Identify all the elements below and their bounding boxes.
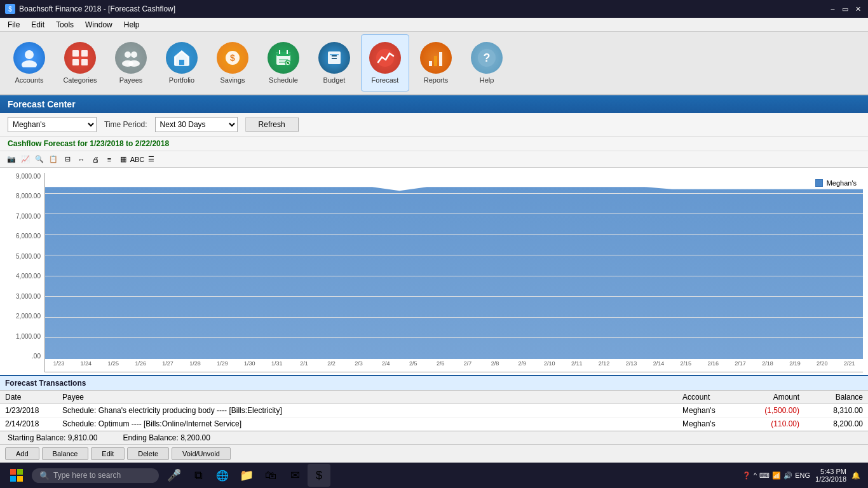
- toolbar-schedule[interactable]: Schedule: [259, 34, 308, 92]
- help-label: Help: [480, 76, 494, 84]
- chart-tool-print[interactable]: 🖨: [89, 153, 102, 166]
- toolbar-forecast[interactable]: Forecast: [361, 34, 409, 92]
- col-date: Date: [0, 391, 57, 404]
- add-button[interactable]: Add: [5, 447, 39, 460]
- toolbar-payees[interactable]: Payees: [107, 34, 155, 92]
- row1-payee: Schedule: Ghana's electricity producing …: [57, 404, 677, 417]
- chart-tool-zoom[interactable]: 🔍: [33, 153, 46, 166]
- taskbar-finance-app[interactable]: $: [308, 464, 330, 487]
- x-2-21: 2/21: [836, 360, 863, 370]
- x-2-15: 2/15: [672, 360, 700, 370]
- status-bar: Starting Balance: 9,810.00 Ending Balanc…: [0, 431, 868, 444]
- table-header-row: Date Payee Account Amount Balance: [0, 391, 868, 404]
- balance-button[interactable]: Balance: [42, 447, 89, 460]
- budget-label: Budget: [323, 76, 346, 84]
- x-2-2: 2/2: [318, 360, 345, 370]
- edit-button[interactable]: Edit: [91, 447, 125, 460]
- taskbar-search-box[interactable]: 🔍 Type here to search: [32, 468, 159, 483]
- x-2-9: 2/9: [508, 360, 536, 370]
- notification-bell[interactable]: 🔔: [851, 471, 860, 480]
- start-button[interactable]: [3, 464, 31, 487]
- col-account: Account: [677, 391, 741, 404]
- void-button[interactable]: Void/Unvoid: [172, 447, 231, 460]
- chart-tool-bar[interactable]: ▦: [117, 153, 130, 166]
- close-button[interactable]: ✕: [853, 4, 863, 14]
- portfolio-label: Portfolio: [169, 76, 194, 84]
- svg-rect-27: [434, 56, 437, 66]
- restore-button[interactable]: ▭: [840, 4, 850, 14]
- menu-edit[interactable]: Edit: [26, 19, 50, 30]
- tray-volume[interactable]: 🔊: [783, 471, 792, 480]
- toolbar-accounts[interactable]: Accounts: [5, 34, 53, 92]
- account-dropdown[interactable]: Meghan's: [8, 117, 97, 132]
- forecast-date-range: Cashflow Forecast for 1/23/2018 to 2/22/…: [0, 137, 868, 151]
- windows-icon: [10, 469, 23, 482]
- chart-y-axis: 9,000.00 8,000.00 7,000.00 6,000.00 5,00…: [0, 173, 44, 372]
- toolbar-portfolio[interactable]: Portfolio: [158, 34, 206, 92]
- toolbar-help[interactable]: ? Help: [463, 34, 511, 92]
- toolbar-categories[interactable]: Categories: [56, 34, 104, 92]
- tray-question[interactable]: ❓: [742, 471, 751, 480]
- menu-file[interactable]: File: [3, 19, 25, 30]
- ending-balance: Ending Balance: 8,200.00: [123, 433, 210, 442]
- chart-main: Meghan's 1/23 1/24 1/25 1/26 1/27 1/28 1…: [44, 173, 863, 372]
- x-2-16: 2/16: [700, 360, 727, 370]
- reports-label: Reports: [424, 76, 449, 84]
- row2-account: Meghan's: [677, 417, 741, 431]
- transactions-section: Forecast Transactions Date Payee Account…: [0, 375, 868, 431]
- menu-help[interactable]: Help: [119, 19, 145, 30]
- time-period-dropdown[interactable]: Next 30 Days Next 60 Days Next 90 Days T…: [155, 117, 238, 132]
- savings-label: Savings: [220, 76, 245, 84]
- col-amount: Amount: [741, 391, 804, 404]
- tray-keyboard[interactable]: ⌨: [759, 471, 770, 480]
- y-label-9000: 9,000.00: [16, 173, 41, 180]
- menu-window[interactable]: Window: [80, 19, 118, 30]
- chart-tool-table[interactable]: ☰: [145, 153, 158, 166]
- x-2-12: 2/12: [590, 360, 618, 370]
- minimize-button[interactable]: ‒: [827, 4, 837, 14]
- svg-rect-28: [439, 52, 442, 66]
- col-balance: Balance: [804, 391, 868, 404]
- help-icon: ?: [471, 42, 503, 74]
- forecast-icon: [369, 42, 401, 74]
- x-1-24: 1/24: [72, 360, 100, 370]
- taskbar-taskview[interactable]: ⧉: [187, 464, 210, 487]
- toolbar-savings[interactable]: $ Savings: [208, 34, 257, 92]
- svg-rect-5: [81, 59, 88, 65]
- delete-button[interactable]: Delete: [127, 447, 169, 460]
- tray-network[interactable]: 📶: [772, 471, 781, 480]
- legend-color-box: [815, 179, 823, 187]
- table-row: 2/14/2018 Schedule: Optimum ---- [Bills:…: [0, 417, 868, 431]
- chart-tool-line[interactable]: 📈: [19, 153, 32, 166]
- svg-text:=: =: [331, 52, 337, 63]
- toolbar-budget[interactable]: = Budget: [310, 34, 358, 92]
- taskbar-clock[interactable]: 5:43 PM 1/23/2018: [815, 468, 846, 483]
- taskbar-mail[interactable]: ✉: [283, 464, 306, 487]
- reports-icon: [420, 42, 452, 74]
- language-indicator[interactable]: ENG: [795, 471, 810, 479]
- refresh-button[interactable]: Refresh: [245, 117, 299, 132]
- chart-tool-abc[interactable]: ABC: [131, 153, 144, 166]
- x-1-26: 1/26: [127, 360, 154, 370]
- menu-tools[interactable]: Tools: [51, 19, 79, 30]
- taskbar-folder[interactable]: 📁: [235, 464, 258, 487]
- payees-label: Payees: [119, 76, 143, 84]
- chart-tool-copy[interactable]: 📋: [47, 153, 60, 166]
- taskbar-store[interactable]: 🛍: [259, 464, 282, 487]
- chart-tool-camera[interactable]: 📷: [5, 153, 18, 166]
- schedule-label: Schedule: [269, 76, 298, 84]
- y-label-3000: 3,000.00: [16, 293, 41, 300]
- grid-lines: [45, 173, 863, 359]
- chart-tool-grid[interactable]: ⊟: [61, 153, 74, 166]
- chart-tool-arrow[interactable]: ↔: [75, 153, 88, 166]
- portfolio-icon: [166, 42, 198, 74]
- svg-point-9: [128, 60, 140, 67]
- schedule-icon: [268, 42, 299, 74]
- taskbar-ie[interactable]: 🌐: [211, 464, 234, 487]
- toolbar-reports[interactable]: Reports: [412, 34, 460, 92]
- chart-tool-data[interactable]: ≡: [103, 153, 116, 166]
- x-2-11: 2/11: [563, 360, 590, 370]
- tray-up-arrow[interactable]: ^: [754, 471, 757, 479]
- x-2-7: 2/7: [454, 360, 482, 370]
- taskbar-cortana[interactable]: 🎤: [163, 464, 186, 487]
